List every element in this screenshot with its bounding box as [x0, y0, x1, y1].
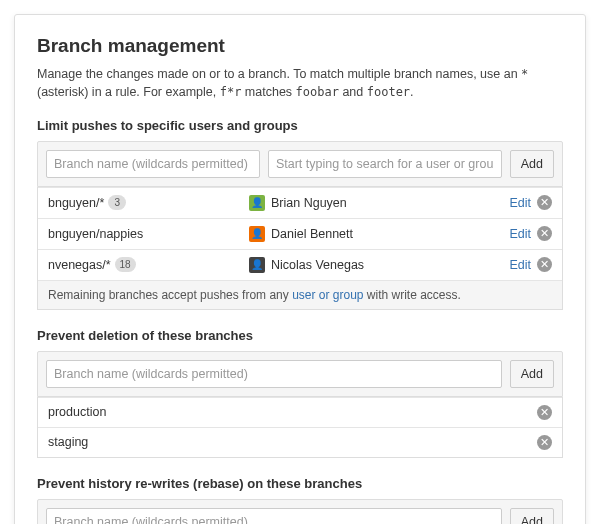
push-branch-input[interactable] — [46, 150, 260, 178]
push-limit-list: bnguyen/*3👤Brian NguyenEdit✕bnguyen/napp… — [37, 187, 563, 310]
branch-management-panel: Branch management Manage the changes mad… — [14, 14, 586, 524]
push-footer: Remaining branches accept pushes from an… — [38, 280, 562, 309]
push-row-actions: Edit✕ — [509, 226, 552, 241]
user-name: Nicolas Venegas — [271, 258, 364, 272]
push-row-user: 👤Daniel Bennett — [249, 226, 503, 242]
push-row-actions: Edit✕ — [509, 195, 552, 210]
edit-link[interactable]: Edit — [509, 196, 531, 210]
avatar-icon: 👤 — [249, 195, 265, 211]
delete-add-button[interactable]: Add — [510, 360, 554, 388]
rebase-branch-input[interactable] — [46, 508, 502, 524]
edit-link[interactable]: Edit — [509, 227, 531, 241]
count-badge: 18 — [115, 257, 136, 272]
branch-name: bnguyen/* — [48, 196, 104, 210]
delete-list: production✕staging✕ — [37, 397, 563, 458]
page-description: Manage the changes made on or to a branc… — [37, 65, 563, 102]
avatar-icon: 👤 — [249, 226, 265, 242]
push-row-branch: nvenegas/*18 — [48, 257, 243, 272]
push-row-actions: Edit✕ — [509, 257, 552, 272]
rebase-form: Add — [37, 499, 563, 524]
rebase-add-button[interactable]: Add — [510, 508, 554, 524]
push-add-button[interactable]: Add — [510, 150, 554, 178]
push-row-user: 👤Nicolas Venegas — [249, 257, 503, 273]
push-row-user: 👤Brian Nguyen — [249, 195, 503, 211]
avatar-icon: 👤 — [249, 257, 265, 273]
delete-heading: Prevent deletion of these branches — [37, 328, 563, 343]
remove-icon[interactable]: ✕ — [537, 257, 552, 272]
page-title: Branch management — [37, 35, 563, 57]
footer-link[interactable]: user or group — [292, 288, 363, 302]
count-badge: 3 — [108, 195, 126, 210]
push-row-branch: bnguyen/*3 — [48, 195, 243, 210]
footer-text: with write access. — [364, 288, 461, 302]
push-limit-form: Add — [37, 141, 563, 187]
list-row: staging✕ — [38, 427, 562, 457]
remove-icon[interactable]: ✕ — [537, 405, 552, 420]
branch-name: production — [48, 405, 531, 419]
edit-link[interactable]: Edit — [509, 258, 531, 272]
remove-icon[interactable]: ✕ — [537, 195, 552, 210]
list-row: production✕ — [38, 397, 562, 427]
push-limit-heading: Limit pushes to specific users and group… — [37, 118, 563, 133]
delete-branch-input[interactable] — [46, 360, 502, 388]
user-name: Daniel Bennett — [271, 227, 353, 241]
rebase-heading: Prevent history re-writes (rebase) on th… — [37, 476, 563, 491]
branch-name: staging — [48, 435, 531, 449]
branch-name: nvenegas/* — [48, 258, 111, 272]
delete-form: Add — [37, 351, 563, 397]
branch-name: bnguyen/nappies — [48, 227, 143, 241]
push-row: bnguyen/*3👤Brian NguyenEdit✕ — [38, 187, 562, 218]
footer-text: Remaining branches accept pushes from an… — [48, 288, 292, 302]
push-row: nvenegas/*18👤Nicolas VenegasEdit✕ — [38, 249, 562, 280]
user-name: Brian Nguyen — [271, 196, 347, 210]
remove-icon[interactable]: ✕ — [537, 226, 552, 241]
remove-icon[interactable]: ✕ — [537, 435, 552, 450]
push-row-branch: bnguyen/nappies — [48, 227, 243, 241]
push-row: bnguyen/nappies👤Daniel BennettEdit✕ — [38, 218, 562, 249]
push-user-input[interactable] — [268, 150, 502, 178]
